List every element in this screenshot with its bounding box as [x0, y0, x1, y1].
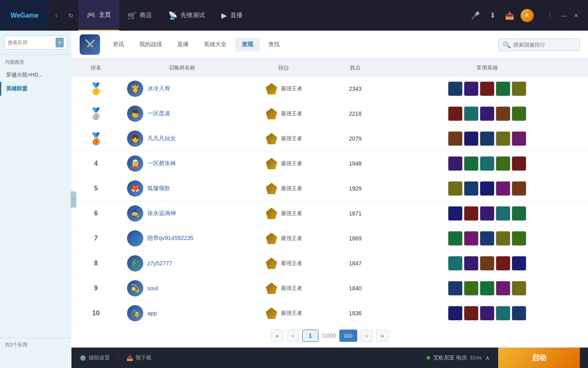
player-avatar: 👦: [127, 105, 143, 122]
settings-button[interactable]: ⚙️ 辅助设置: [80, 354, 110, 361]
player-info: 🧙 徐永远滴神: [127, 205, 236, 222]
hero-icon: [496, 106, 510, 121]
player-name[interactable]: 陪带qv914592235: [147, 235, 194, 242]
player-name[interactable]: 凡凡凡仙女: [147, 135, 176, 142]
go-button[interactable]: GO: [339, 330, 357, 342]
hero-icon: [512, 231, 526, 246]
bottom-divider-1: [118, 353, 118, 363]
tab-heroes[interactable]: 英雄大全: [197, 38, 233, 52]
tab-pioneer-label: 先锋测试: [180, 11, 205, 19]
sidebar-section-title: 与我相关: [0, 55, 71, 68]
table-row: 7 👤 陪带qv914592235 最强王者 1869: [71, 226, 588, 251]
tier-info: 最强王者: [249, 182, 318, 195]
tier-info: 最强王者: [249, 83, 318, 95]
player-name[interactable]: 一区蔡依林: [147, 160, 176, 167]
player-name[interactable]: soul: [147, 285, 158, 292]
rank-cell: 8: [71, 251, 120, 276]
tab-news[interactable]: 资讯: [106, 38, 131, 52]
hero-icon: [448, 281, 463, 296]
tier-cell: 最强王者: [243, 226, 325, 251]
tab-search[interactable]: 查找: [262, 38, 286, 52]
back-button[interactable]: ‹: [49, 0, 64, 31]
player-avatar: 👤: [127, 230, 143, 247]
wegame-logo: WeGame: [0, 0, 49, 31]
hero-icon: [512, 131, 526, 146]
player-cell-wrap: 🦊 狐獴颂歌: [120, 176, 243, 201]
refresh-button[interactable]: ↻: [64, 0, 78, 31]
player-name[interactable]: 徐永远滴神: [147, 210, 176, 217]
table-row: 🥇 👸 冰冷入骨 最强王者 2343: [71, 76, 588, 101]
tab-home-label: 主页: [99, 11, 111, 19]
player-name[interactable]: 一区昆凌: [147, 110, 170, 117]
expand-button[interactable]: ∧: [485, 354, 490, 362]
tab-stats[interactable]: 我的战绩: [133, 38, 169, 52]
current-page[interactable]: 1: [302, 330, 318, 342]
settings-label: 辅助设置: [89, 354, 110, 361]
tab-live[interactable]: 直播: [171, 38, 195, 52]
player-avatar: 🎭: [127, 305, 143, 321]
tier-text: 最强王者: [281, 110, 302, 117]
table-row: 8 🐉 z7y52777 最强王者 1847: [71, 251, 588, 276]
game-search-input[interactable]: [513, 42, 575, 48]
tier-text: 最强王者: [281, 135, 302, 142]
player-name[interactable]: 冰冷入骨: [147, 85, 170, 92]
tier-cell: 最强王者: [243, 276, 325, 301]
sidebar-search-area: +: [0, 31, 71, 55]
heroes-list: [392, 256, 581, 271]
tab-shop[interactable]: 🛒 商店: [119, 0, 160, 31]
tab-pioneer[interactable]: 📡 先锋测试: [160, 0, 213, 31]
start-game-button[interactable]: 启动: [498, 348, 580, 368]
download2-icon[interactable]: 📥: [503, 9, 516, 22]
tier-info: 最强王者: [249, 132, 318, 145]
heroes-cell-wrap: [386, 101, 588, 126]
hero-icon: [464, 256, 479, 271]
hero-icon: [480, 281, 494, 296]
player-avatar: 👧: [127, 130, 143, 147]
hero-icon: [464, 106, 479, 121]
points-cell: 2079: [325, 126, 386, 151]
search-input[interactable]: [8, 40, 53, 45]
rank-cell: 🥇: [71, 76, 120, 101]
user-avatar[interactable]: A: [521, 9, 534, 22]
tier-text: 最强王者: [281, 160, 302, 167]
player-name[interactable]: app: [147, 310, 157, 316]
tier-cell: 最强王者: [243, 151, 325, 176]
hero-icon: [464, 306, 479, 321]
hero-icon: [480, 106, 494, 121]
microphone-icon[interactable]: 🎤: [469, 9, 481, 22]
sidebar-collapse-button[interactable]: ‹: [71, 191, 76, 208]
tier-text: 最强王者: [281, 285, 302, 292]
sidebar-item-lol[interactable]: 英雄联盟: [0, 82, 71, 96]
tier-cell: 最强王者: [243, 201, 325, 226]
hero-icon: [496, 131, 510, 146]
close-button[interactable]: ✕: [570, 10, 582, 21]
tier-icon: [265, 83, 278, 95]
content-area: ⚔️ 资讯 我的战绩 直播 英雄大全 发现 查找 🔍 排名 召唤师名称 段位: [71, 31, 588, 368]
minimize-button[interactable]: —: [558, 10, 570, 21]
hero-icon: [464, 281, 479, 296]
next-page-button[interactable]: ›: [361, 330, 373, 342]
king-badge: [266, 307, 277, 319]
avatar-img: 👤: [127, 230, 143, 247]
hero-icon: [448, 156, 463, 171]
download-icon: 📥: [127, 355, 133, 361]
tab-home[interactable]: 🎮 主页: [78, 0, 119, 31]
player-name[interactable]: z7y52777: [147, 260, 172, 267]
add-app-button[interactable]: +: [56, 38, 64, 47]
game-nav: ⚔️ 资讯 我的战绩 直播 英雄大全 发现 查找 🔍: [71, 31, 588, 59]
heroes-cell-wrap: [386, 126, 588, 151]
hero-icon: [512, 156, 526, 171]
col-tier: 段位: [243, 59, 325, 76]
prev-page-button[interactable]: ‹: [287, 330, 299, 342]
more-options-button[interactable]: ⋮: [543, 0, 557, 31]
player-name[interactable]: 狐獴颂歌: [147, 185, 170, 192]
points-cell: 1840: [325, 276, 386, 301]
sidebar-item-qc[interactable]: 穿越火线+HD...: [0, 68, 71, 82]
first-page-button[interactable]: «: [271, 330, 283, 342]
last-page-button[interactable]: »: [376, 330, 388, 342]
tab-discover[interactable]: 发现: [235, 38, 260, 52]
tab-live[interactable]: ▶ 直播: [213, 0, 251, 31]
download-icon[interactable]: ⬇: [486, 9, 499, 22]
download-button[interactable]: 📥 预下载: [127, 354, 151, 361]
hero-icon: [448, 256, 463, 271]
